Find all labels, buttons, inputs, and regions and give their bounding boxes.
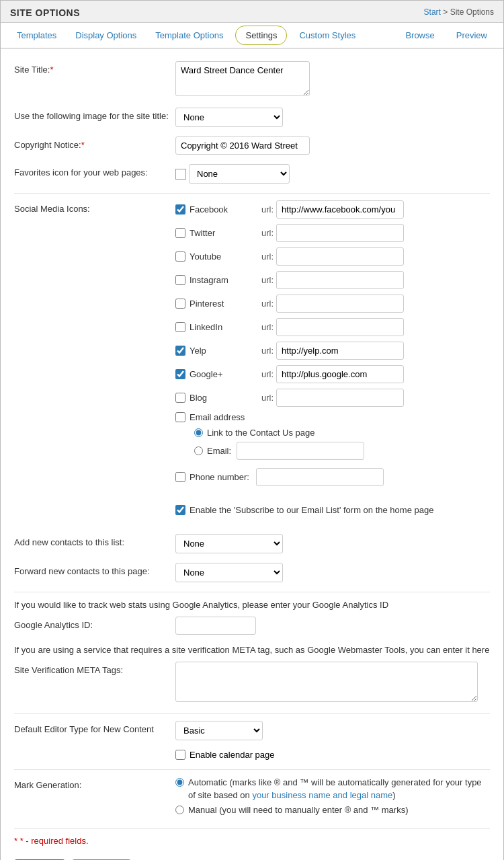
fav-icon-row: Favorites icon for your web pages: None [14,164,490,184]
instagram-label[interactable]: Instagram [175,275,256,285]
link-contact-radio[interactable] [194,428,203,437]
youtube-label[interactable]: Youtube [175,251,256,262]
analytics-id-field [175,617,490,635]
email-option-row: Email: [194,442,490,460]
copyright-field: Copyright © 2016 Ward Street [175,136,490,155]
blog-label[interactable]: Blog [175,393,256,403]
tab-browse[interactable]: Browse [396,24,444,47]
youtube-checkbox[interactable] [175,251,185,262]
instagram-checkbox[interactable] [175,275,185,285]
site-title-field: Ward Street Dance Center [175,61,490,98]
facebook-url[interactable]: http://www.facebook.com/you [276,200,404,219]
social-facebook-row: Facebook url: http://www.facebook.com/yo… [175,200,490,219]
add-contacts-select[interactable]: None [175,534,283,553]
facebook-checkbox[interactable] [175,204,185,214]
youtube-url[interactable] [276,247,404,266]
phone-checkbox[interactable] [175,472,185,482]
email-option-label: Email: [207,446,231,456]
mark-gen-auto-label: Automatic (marks like ® and ™ will be au… [188,777,490,801]
meta-row: Site Verification META Tags: [14,662,490,704]
mark-gen-manual-radio[interactable] [175,806,184,814]
mark-gen-label: Mark Generation: [14,777,175,790]
pinterest-checkbox[interactable] [175,299,185,309]
forward-contacts-select[interactable]: None [175,563,283,582]
fav-icon-select[interactable]: None [189,164,290,184]
mark-gen-auto-radio[interactable] [175,778,184,787]
forward-contacts-field: None [175,563,490,582]
editor-type-select[interactable]: Basic Advanced [175,721,263,740]
social-google-row: Google+ url: http://plus.google.com [175,365,490,383]
site-title-row: Site Title:* Ward Street Dance Center [14,61,490,98]
main-window: SITE OPTIONS Start > Site Options Templa… [0,0,504,860]
editor-type-field: Basic Advanced [175,721,490,740]
linkedin-url[interactable] [276,318,404,336]
site-title-input[interactable]: Ward Street Dance Center [175,61,310,96]
calendar-label[interactable]: Enable calendar page [175,750,490,760]
pinterest-url[interactable] [276,295,404,313]
yelp-label[interactable]: Yelp [175,346,256,356]
twitter-url[interactable] [276,224,404,242]
image-field: None [175,108,490,127]
subscribe-label: Enable the 'Subscribe to our Email List'… [190,505,433,515]
google-label[interactable]: Google+ [175,369,256,379]
link-contact-label: Link to the Contact Us page [207,428,314,438]
editor-type-label: Default Editor Type for New Content [14,721,175,734]
social-yelp-row: Yelp url: http://yelp.com [175,342,490,360]
tab-preview[interactable]: Preview [447,24,497,47]
email-address-label[interactable]: Email address [175,412,256,422]
social-blog-row: Blog url: [175,389,490,407]
breadcrumb-current: Site Options [450,7,494,17]
twitter-label[interactable]: Twitter [175,228,256,238]
mark-gen-link[interactable]: your business name and legal name [252,790,392,800]
link-contact-row: Link to the Contact Us page [194,428,490,438]
tab-template-options[interactable]: Template Options [146,24,233,47]
calendar-checkbox[interactable] [175,750,185,760]
mark-gen-manual-label: Manual (you will need to manually enter … [188,804,409,816]
image-select[interactable]: None [175,108,283,127]
pinterest-label[interactable]: Pinterest [175,299,256,309]
phone-input[interactable] [256,468,384,486]
image-label: Use the following image for the site tit… [14,108,175,121]
image-row: Use the following image for the site tit… [14,108,490,127]
blog-url[interactable] [276,389,404,407]
google-checkbox[interactable] [175,369,185,379]
breadcrumb-start[interactable]: Start [424,7,441,17]
email-radio[interactable] [194,446,203,455]
instagram-url[interactable] [276,271,404,289]
social-linkedin-row: LinkedIn url: [175,318,490,336]
linkedin-label[interactable]: LinkedIn [175,322,256,332]
analytics-row: Google Analytics ID: [14,617,490,635]
meta-input[interactable] [175,662,478,702]
social-pinterest-row: Pinterest url: [175,295,490,313]
tab-templates[interactable]: Templates [7,24,66,47]
email-input[interactable] [237,442,364,460]
linkedin-checkbox[interactable] [175,322,185,332]
twitter-checkbox[interactable] [175,228,185,238]
settings-content: Site Title:* Ward Street Dance Center Us… [1,49,503,860]
analytics-note: If you would like to track web stats usi… [14,599,490,611]
social-media-field: Facebook url: http://www.facebook.com/yo… [175,200,490,492]
add-contacts-label: Add new contacts to this list: [14,534,175,547]
forward-contacts-row: Forward new contacts to this page: None [14,563,490,582]
phone-label[interactable]: Phone number: [175,472,256,482]
breadcrumb: Start > Site Options [424,7,494,17]
tab-settings[interactable]: Settings [235,26,287,45]
copyright-input[interactable]: Copyright © 2016 Ward Street [175,136,310,155]
yelp-url[interactable]: http://yelp.com [276,342,404,360]
blog-checkbox[interactable] [175,393,185,403]
analytics-id-input[interactable] [175,617,256,635]
email-address-checkbox[interactable] [175,412,185,422]
mark-gen-manual-option: Manual (you will need to manually enter … [175,804,490,816]
subscribe-row: Enable the 'Subscribe to our Email List'… [14,501,490,524]
tab-display-options[interactable]: Display Options [66,24,146,47]
mark-gen-row: Mark Generation: Automatic (marks like ®… [14,777,490,819]
social-instagram-row: Instagram url: [175,271,490,289]
subscribe-checkbox[interactable] [175,505,185,515]
email-address-row: Email address [175,412,490,422]
yelp-checkbox[interactable] [175,346,185,356]
google-url[interactable]: http://plus.google.com [276,365,404,383]
facebook-label[interactable]: Facebook [175,204,256,214]
tab-bar: Templates Display Options Template Optio… [1,23,503,49]
tab-custom-styles[interactable]: Custom Styles [290,24,365,47]
site-title-label: Site Title:* [14,61,175,75]
